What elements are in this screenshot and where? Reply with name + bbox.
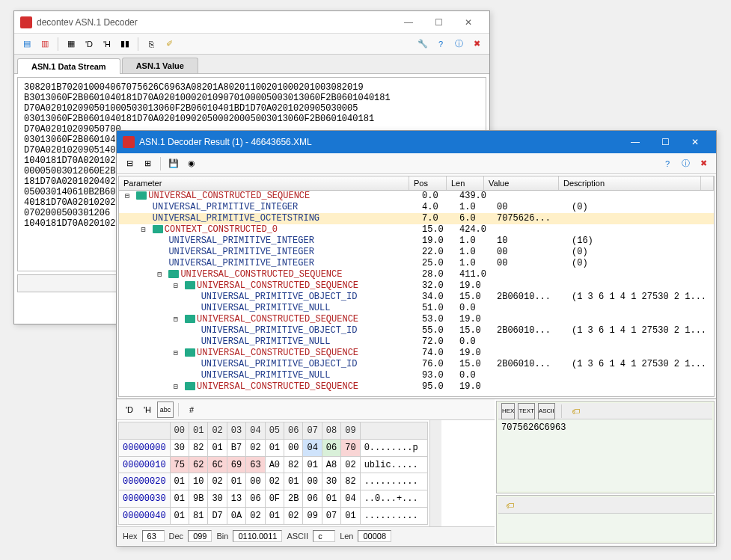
col-pos[interactable]: Pos: [409, 176, 447, 190]
app-icon: [20, 16, 32, 28]
d-mode-icon[interactable]: 'D: [81, 36, 97, 52]
hex-toolbar: 'D 'H abc #: [117, 399, 495, 420]
tree-row[interactable]: UNIVERSAL_PRIMITIVE_INTEGER22.01.000(0): [119, 247, 714, 258]
minimize-button[interactable]: —: [394, 15, 423, 30]
maximize-button[interactable]: ☐: [650, 135, 680, 150]
close-x-icon[interactable]: ✖: [695, 156, 712, 172]
status-ascii-label: ASCII: [287, 532, 308, 541]
status-bar: Hex 63 Dec 099 Bin 0110.0011 ASCII c Len…: [117, 526, 495, 545]
help-icon[interactable]: ?: [659, 156, 676, 172]
tag-icon[interactable]: 🏷: [568, 403, 584, 419]
help-icon[interactable]: ?: [432, 36, 449, 52]
tree-row[interactable]: UNIVERSAL_PRIMITIVE_INTEGER19.01.010(16): [119, 236, 714, 247]
minimize-button[interactable]: —: [620, 135, 650, 150]
close-button[interactable]: ✕: [453, 15, 483, 30]
status-dec-value: 099: [188, 530, 212, 542]
tree-row[interactable]: UNIVERSAL_PRIMITIVE_NULL93.00.0: [119, 370, 714, 381]
abc-mode-icon[interactable]: abc: [157, 401, 174, 418]
h-mode-icon[interactable]: 'H: [99, 36, 115, 52]
col-description[interactable]: Description: [559, 176, 701, 190]
right-pane-header: HEX TEXT ASCII 🏷: [498, 403, 712, 419]
value-hex-pane[interactable]: 7075626C6963: [498, 419, 712, 491]
grid-icon[interactable]: #: [183, 401, 200, 418]
main-toolbar: ▤ ▥ ▦ 'D 'H ▮▮ ⎘ ✐ 🔧 ? ⓘ ✖: [14, 34, 489, 55]
tab-data-stream[interactable]: ASN.1 Data Stream: [17, 58, 120, 74]
tree-row[interactable]: ⊟ UNIVERSAL_CONSTRUCTED_SEQUENCE74.019.0: [119, 348, 714, 359]
tree-row[interactable]: UNIVERSAL_PRIMITIVE_OBJECT_ID76.015.02B0…: [119, 359, 714, 370]
tree-row[interactable]: ⊟ CONTEXT_CONSTRUCTED_015.0424.0: [119, 224, 714, 236]
tab-asn1-value[interactable]: ASN.1 Value: [122, 58, 198, 73]
close-button[interactable]: ✕: [680, 135, 710, 150]
tree-row[interactable]: UNIVERSAL_PRIMITIVE_OBJECT_ID55.015.02B0…: [119, 325, 714, 336]
info-icon[interactable]: ⓘ: [677, 156, 694, 172]
tree-view[interactable]: Parameter Pos Len Value Description ⊟ UN…: [118, 176, 715, 397]
brush-icon[interactable]: ✐: [161, 36, 177, 52]
barcode-icon[interactable]: ▮▮: [117, 36, 133, 52]
refresh-icon[interactable]: ◉: [183, 156, 200, 172]
expand-tree-icon[interactable]: ⊟: [121, 156, 138, 172]
desc-pane-body[interactable]: [498, 514, 712, 541]
app-icon: [123, 136, 135, 148]
hex-view-icon[interactable]: HEX: [501, 403, 515, 419]
d-mode-icon[interactable]: 'D: [121, 401, 138, 418]
status-bin-label: Bin: [216, 532, 228, 541]
col-value[interactable]: Value: [484, 176, 559, 190]
tree-row[interactable]: UNIVERSAL_PRIMITIVE_INTEGER4.01.000(0): [119, 202, 714, 213]
wrench-icon[interactable]: 🔧: [415, 36, 431, 52]
collapse-tree-icon[interactable]: ⊞: [139, 156, 156, 172]
hex-grid[interactable]: 0001020304050607080900000000308201B70201…: [118, 422, 428, 525]
result-window-title: ASN.1 Decoder Result (1) - 46643656.XML: [139, 137, 620, 147]
col-scroll-gap: [701, 176, 714, 190]
ascii-view-icon[interactable]: ASCII: [538, 403, 555, 419]
copy-icon[interactable]: ⎘: [143, 36, 159, 52]
h-mode-icon[interactable]: 'H: [139, 401, 156, 418]
text-view-icon[interactable]: TEXT: [518, 403, 534, 419]
tree-row[interactable]: UNIVERSAL_PRIMITIVE_INTEGER25.01.000(0): [119, 258, 714, 269]
layout1-icon[interactable]: ▤: [19, 36, 35, 52]
tree-row[interactable]: ⊟ UNIVERSAL_CONSTRUCTED_SEQUENCE28.0411.…: [119, 269, 714, 280]
status-len-value: 00008: [358, 530, 391, 542]
tree-row[interactable]: ⊟ UNIVERSAL_CONSTRUCTED_SEQUENCE53.019.0: [119, 314, 714, 325]
layout2-icon[interactable]: ▥: [37, 36, 53, 52]
hex-scrollbar[interactable]: [429, 420, 441, 526]
close-x-icon[interactable]: ✖: [468, 36, 485, 52]
col-parameter[interactable]: Parameter: [119, 176, 409, 190]
status-ascii-value: c: [313, 530, 335, 542]
tree-row[interactable]: ⊟ UNIVERSAL_CONSTRUCTED_SEQUENCE95.019.0: [119, 381, 714, 393]
status-bin-value: 0110.0011: [233, 530, 282, 542]
result-toolbar: ⊟ ⊞ 💾 ◉ ? ⓘ ✖: [117, 153, 716, 174]
save-icon[interactable]: 💾: [165, 156, 182, 172]
window-title: decontev ASN.1 Decoder: [37, 17, 394, 28]
col-len[interactable]: Len: [447, 176, 484, 190]
status-len-label: Len: [340, 532, 353, 541]
status-hex-value: 63: [142, 530, 165, 542]
status-dec-label: Dec: [169, 532, 184, 541]
tree-row[interactable]: ⊟ UNIVERSAL_CONSTRUCTED_SEQUENCE0.0439.0: [119, 191, 714, 202]
grid-icon[interactable]: ▦: [63, 36, 79, 52]
status-hex-label: Hex: [123, 532, 138, 541]
desc-pane-header: 🏷: [498, 497, 712, 514]
tree-row[interactable]: UNIVERSAL_PRIMITIVE_NULL51.00.0: [119, 303, 714, 314]
tree-row[interactable]: UNIVERSAL_PRIMITIVE_OCTETSTRING7.06.0707…: [119, 213, 714, 224]
info-icon[interactable]: ⓘ: [450, 36, 467, 52]
tag-icon[interactable]: 🏷: [501, 497, 518, 514]
tree-row[interactable]: ⊟ UNIVERSAL_CONSTRUCTED_SEQUENCE32.019.0: [119, 280, 714, 292]
maximize-button[interactable]: ☐: [423, 15, 453, 30]
tree-row[interactable]: UNIVERSAL_PRIMITIVE_OBJECT_ID34.015.02B0…: [119, 292, 714, 303]
tree-row[interactable]: UNIVERSAL_PRIMITIVE_NULL72.00.0: [119, 336, 714, 348]
